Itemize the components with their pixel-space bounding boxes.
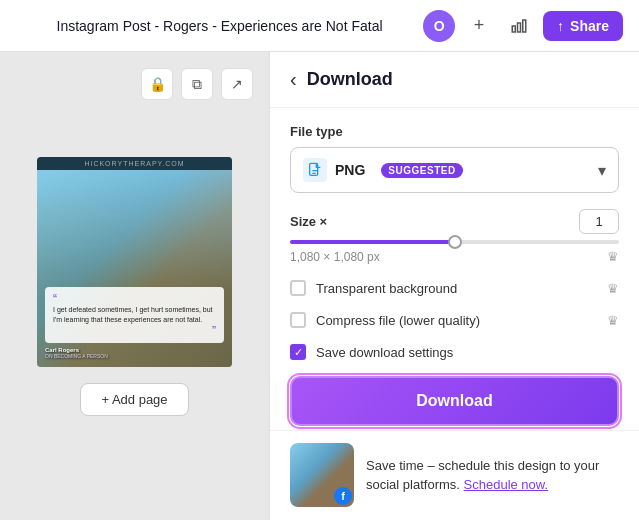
download-panel: ‹ Download File type PNG SUGGESTED ▾ [269,52,639,520]
panel-body: File type PNG SUGGESTED ▾ Size × 1 [270,108,639,376]
panel-title: Download [307,69,393,90]
header-actions: O + ↑ Share [423,10,623,42]
save-settings-row: ✓ Save download settings [290,344,619,360]
canvas-image: HICKORYTHERAPY.COM “ I get defeated some… [37,157,232,367]
size-section: Size × 1 1,080 × 1,080 px ♛ [290,209,619,264]
share-button[interactable]: ↑ Share [543,11,623,41]
file-type-section: File type PNG SUGGESTED ▾ [290,124,619,193]
compress-crown-icon: ♛ [607,313,619,328]
lock-tool-button[interactable]: 🔒 [141,68,173,100]
png-file-icon [303,158,327,182]
suggested-badge: SUGGESTED [381,163,462,178]
compress-file-row: Compress file (lower quality) ♛ [290,312,619,328]
size-value[interactable]: 1 [579,209,619,234]
quote-close: ” [53,325,216,337]
slider-thumb[interactable] [448,235,462,249]
header: Instagram Post - Rogers - Experiences ar… [0,0,639,52]
schedule-thumbnail: f [290,443,354,507]
add-page-button[interactable]: + Add page [80,383,188,416]
save-settings-label: Save download settings [316,345,453,360]
transparent-crown-icon: ♛ [607,281,619,296]
avatar[interactable]: O [423,10,455,42]
main-area: 🔒 ⧉ ↗ HICKORYTHERAPY.COM “ I get defeate… [0,52,639,520]
slider-fill [290,240,455,244]
back-icon: ‹ [290,68,297,91]
website-label: HICKORYTHERAPY.COM [37,157,232,170]
size-slider[interactable] [290,240,619,244]
file-type-name: PNG [335,162,365,178]
author-sub: ON BECOMING A PERSON [45,353,224,359]
analytics-icon[interactable] [503,10,535,42]
schedule-section: f Save time – schedule this design to yo… [270,430,639,519]
panel-header: ‹ Download [270,52,639,108]
transparent-bg-checkbox[interactable] [290,280,306,296]
canvas-tools: 🔒 ⧉ ↗ [141,68,253,100]
schedule-now-link[interactable]: Schedule now. [464,477,549,492]
transparent-bg-label: Transparent background [316,281,457,296]
quote-box: “ I get defeated sometimes, I get hurt s… [45,287,224,343]
chevron-down-icon: ▾ [598,161,606,180]
image-content: “ I get defeated sometimes, I get hurt s… [37,170,232,367]
file-type-label: File type [290,124,619,139]
crown-icon: ♛ [607,249,619,264]
facebook-icon: f [334,487,352,505]
svg-rect-0 [512,26,515,32]
download-button[interactable]: Download [290,376,619,426]
expand-tool-button[interactable]: ↗ [221,68,253,100]
quote-open: “ [53,293,216,305]
back-button[interactable]: ‹ [290,68,297,91]
schedule-text: Save time – schedule this design to your… [366,456,619,495]
document-title: Instagram Post - Rogers - Experiences ar… [16,18,423,34]
share-icon: ↑ [557,18,564,34]
quote-text: I get defeated sometimes, I get hurt som… [53,305,216,325]
svg-rect-2 [523,20,526,32]
size-px-label: 1,080 × 1,080 px [290,250,380,264]
save-settings-checkbox[interactable]: ✓ [290,344,306,360]
copy-tool-button[interactable]: ⧉ [181,68,213,100]
download-button-wrap: Download [270,376,639,426]
canvas-area: 🔒 ⧉ ↗ HICKORYTHERAPY.COM “ I get defeate… [0,52,269,520]
size-label: Size × [290,214,327,229]
file-type-dropdown[interactable]: PNG SUGGESTED ▾ [290,147,619,193]
add-button[interactable]: + [463,10,495,42]
svg-rect-1 [518,23,521,32]
compress-label: Compress file (lower quality) [316,313,480,328]
compress-checkbox[interactable] [290,312,306,328]
transparent-bg-row: Transparent background ♛ [290,280,619,296]
